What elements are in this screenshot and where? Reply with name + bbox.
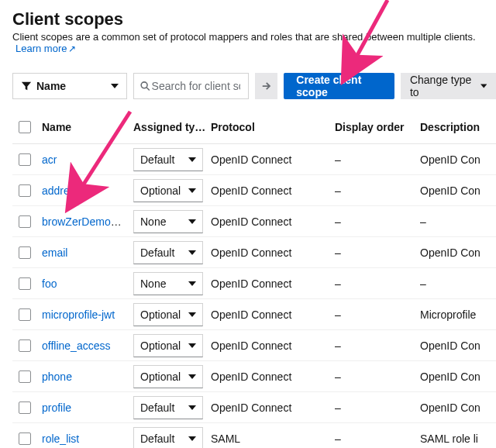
caret-down-icon bbox=[188, 373, 196, 381]
assigned-type-value: Optional bbox=[140, 370, 181, 383]
assigned-type-select[interactable]: Default bbox=[133, 427, 203, 449]
display-order-cell: – bbox=[335, 150, 420, 169]
row-checkbox[interactable] bbox=[19, 153, 31, 166]
scope-name-link[interactable]: address bbox=[42, 184, 81, 197]
scope-name-link[interactable]: browZerDemoScope bbox=[42, 215, 133, 228]
row-checkbox[interactable] bbox=[19, 432, 31, 445]
table-row: role_listDefaultSAML–SAML role li bbox=[12, 423, 496, 448]
assigned-type-value: Optional bbox=[140, 184, 181, 197]
table-row: browZerDemoScopeNoneOpenID Connect–– bbox=[12, 206, 496, 237]
col-display-order: Display order bbox=[335, 118, 420, 136]
table-row: addressOptionalOpenID Connect–OpenID Con bbox=[12, 175, 496, 206]
search-input[interactable] bbox=[150, 79, 242, 93]
table-row: phoneOptionalOpenID Connect–OpenID Con bbox=[12, 361, 496, 392]
display-order-cell: – bbox=[335, 429, 420, 448]
toolbar: Name Create client scope Change type to bbox=[12, 73, 496, 99]
row-checkbox[interactable] bbox=[19, 184, 31, 197]
scope-name-link[interactable]: foo bbox=[42, 277, 57, 290]
display-order-cell: – bbox=[335, 181, 420, 200]
change-type-label: Change type to bbox=[410, 74, 473, 98]
assigned-type-select[interactable]: Optional bbox=[133, 179, 203, 202]
assigned-type-select[interactable]: None bbox=[133, 272, 203, 295]
search-group bbox=[133, 73, 249, 99]
protocol-cell: OpenID Connect bbox=[211, 336, 335, 355]
caret-down-icon bbox=[188, 342, 196, 350]
display-order-cell: – bbox=[335, 398, 420, 417]
description-cell: OpenID Con bbox=[420, 243, 496, 262]
assigned-type-value: Default bbox=[140, 246, 174, 259]
assigned-type-select[interactable]: Optional bbox=[133, 303, 203, 326]
page-subtitle: Client scopes are a common set of protoc… bbox=[12, 31, 496, 54]
display-order-cell: – bbox=[335, 336, 420, 355]
protocol-cell: SAML bbox=[211, 429, 335, 448]
description-cell: – bbox=[420, 274, 496, 293]
table-row: offline_accessOptionalOpenID Connect–Ope… bbox=[12, 330, 496, 361]
scope-name-link[interactable]: email bbox=[42, 246, 67, 259]
assigned-type-value: None bbox=[140, 215, 166, 228]
scope-name-link[interactable]: microprofile-jwt bbox=[42, 308, 115, 321]
subtitle-text: Client scopes are a common set of protoc… bbox=[12, 31, 476, 43]
row-checkbox[interactable] bbox=[19, 277, 31, 290]
assigned-type-value: Default bbox=[140, 432, 174, 445]
caret-down-icon bbox=[188, 280, 196, 288]
learn-more-link[interactable]: Learn more↗ bbox=[16, 43, 76, 54]
col-name: Name bbox=[42, 118, 133, 136]
assigned-type-value: Optional bbox=[140, 308, 181, 321]
assigned-type-select[interactable]: Default bbox=[133, 148, 203, 171]
table-header-row: Name Assigned type Protocol Display orde… bbox=[12, 110, 496, 144]
display-order-cell: – bbox=[335, 274, 420, 293]
scope-name-link[interactable]: phone bbox=[42, 370, 72, 383]
change-type-dropdown[interactable]: Change type to bbox=[401, 73, 496, 99]
scope-name-link[interactable]: offline_access bbox=[42, 339, 110, 352]
assigned-type-select[interactable]: Optional bbox=[133, 334, 203, 357]
row-checkbox[interactable] bbox=[19, 370, 31, 383]
scope-name-link[interactable]: profile bbox=[42, 401, 71, 414]
row-checkbox[interactable] bbox=[19, 308, 31, 321]
table-row: acrDefaultOpenID Connect–OpenID Con bbox=[12, 144, 496, 175]
protocol-cell: OpenID Connect bbox=[211, 181, 335, 200]
caret-down-icon bbox=[188, 404, 196, 412]
search-submit-button[interactable] bbox=[255, 73, 277, 99]
description-cell: OpenID Con bbox=[420, 150, 496, 169]
display-order-cell: – bbox=[335, 367, 420, 386]
scope-name-link[interactable]: role_list bbox=[42, 432, 79, 445]
caret-down-icon bbox=[188, 311, 196, 319]
create-client-scope-label: Create client scope bbox=[296, 74, 382, 98]
external-link-icon: ↗ bbox=[68, 43, 76, 54]
row-checkbox[interactable] bbox=[19, 215, 31, 228]
description-cell: OpenID Con bbox=[420, 181, 496, 200]
arrow-right-icon bbox=[261, 81, 272, 91]
row-checkbox[interactable] bbox=[19, 246, 31, 259]
caret-down-icon bbox=[188, 218, 196, 226]
filter-attribute-dropdown[interactable]: Name bbox=[12, 73, 127, 99]
description-cell: SAML role li bbox=[420, 429, 496, 448]
description-cell: OpenID Con bbox=[420, 336, 496, 355]
col-protocol: Protocol bbox=[211, 118, 335, 136]
assigned-type-value: Default bbox=[140, 153, 174, 166]
scope-name-link[interactable]: acr bbox=[42, 153, 57, 166]
assigned-type-select[interactable]: Default bbox=[133, 396, 203, 419]
row-checkbox[interactable] bbox=[19, 339, 31, 352]
table-row: profileDefaultOpenID Connect–OpenID Con bbox=[12, 392, 496, 423]
select-all-checkbox[interactable] bbox=[19, 121, 31, 133]
table-row: emailDefaultOpenID Connect–OpenID Con bbox=[12, 237, 496, 268]
protocol-cell: OpenID Connect bbox=[211, 274, 335, 293]
assigned-type-select[interactable]: None bbox=[133, 210, 203, 233]
display-order-cell: – bbox=[335, 243, 420, 262]
assigned-type-select[interactable]: Optional bbox=[133, 365, 203, 388]
assigned-type-value: Optional bbox=[140, 339, 181, 352]
display-order-cell: – bbox=[335, 305, 420, 324]
description-cell: Microprofile bbox=[420, 305, 496, 324]
display-order-cell: – bbox=[335, 212, 420, 231]
funnel-icon bbox=[21, 81, 32, 91]
search-icon bbox=[140, 81, 150, 91]
caret-down-icon bbox=[188, 435, 196, 443]
caret-down-icon bbox=[188, 156, 196, 164]
create-client-scope-button[interactable]: Create client scope bbox=[284, 73, 394, 99]
row-checkbox[interactable] bbox=[19, 401, 31, 414]
col-assigned-type: Assigned type bbox=[133, 118, 211, 136]
caret-down-icon bbox=[111, 82, 119, 90]
svg-line-1 bbox=[146, 88, 150, 91]
assigned-type-select[interactable]: Default bbox=[133, 241, 203, 264]
protocol-cell: OpenID Connect bbox=[211, 212, 335, 231]
